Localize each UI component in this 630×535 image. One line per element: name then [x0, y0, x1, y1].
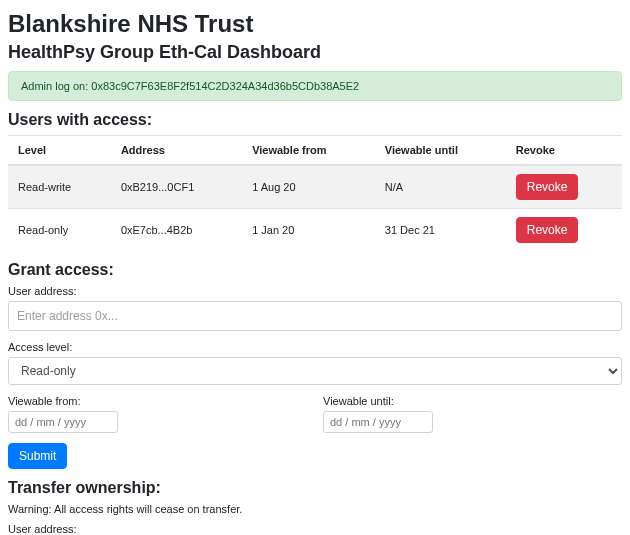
- col-viewable-from: Viewable from: [242, 136, 375, 166]
- users-heading: Users with access:: [8, 111, 622, 129]
- col-revoke: Revoke: [506, 136, 622, 166]
- revoke-button[interactable]: Revoke: [516, 174, 579, 200]
- page-title: Blankshire NHS Trust: [8, 10, 622, 38]
- admin-logon-banner: Admin log on: 0x83c9C7F63E8F2f514C2D324A…: [8, 71, 622, 101]
- grant-heading: Grant access:: [8, 261, 622, 279]
- table-row: Read-only 0xE7cb...4B2b 1 Jan 20 31 Dec …: [8, 209, 622, 252]
- cell-address: 0xB219...0CF1: [111, 165, 242, 209]
- transfer-heading: Transfer ownership:: [8, 479, 622, 497]
- cell-level: Read-write: [8, 165, 111, 209]
- submit-button[interactable]: Submit: [8, 443, 67, 469]
- cell-until: N/A: [375, 165, 506, 209]
- grant-access-level-label: Access level:: [8, 341, 622, 353]
- col-level: Level: [8, 136, 111, 166]
- page-subtitle: HealthPsy Group Eth-Cal Dashboard: [8, 42, 622, 63]
- users-table: Level Address Viewable from Viewable unt…: [8, 135, 622, 251]
- grant-access-level-select[interactable]: Read-only: [8, 357, 622, 385]
- grant-user-address-input[interactable]: [8, 301, 622, 331]
- cell-address: 0xE7cb...4B2b: [111, 209, 242, 252]
- grant-viewable-from-input[interactable]: [8, 411, 118, 433]
- col-address: Address: [111, 136, 242, 166]
- col-viewable-until: Viewable until: [375, 136, 506, 166]
- cell-level: Read-only: [8, 209, 111, 252]
- grant-user-address-label: User address:: [8, 285, 622, 297]
- transfer-user-address-label: User address:: [8, 523, 622, 535]
- revoke-button[interactable]: Revoke: [516, 217, 579, 243]
- table-row: Read-write 0xB219...0CF1 1 Aug 20 N/A Re…: [8, 165, 622, 209]
- cell-from: 1 Aug 20: [242, 165, 375, 209]
- cell-from: 1 Jan 20: [242, 209, 375, 252]
- grant-viewable-until-input[interactable]: [323, 411, 433, 433]
- grant-viewable-from-label: Viewable from:: [8, 395, 307, 407]
- cell-until: 31 Dec 21: [375, 209, 506, 252]
- transfer-warning: Warning: All access rights will cease on…: [8, 503, 622, 515]
- grant-viewable-until-label: Viewable until:: [323, 395, 622, 407]
